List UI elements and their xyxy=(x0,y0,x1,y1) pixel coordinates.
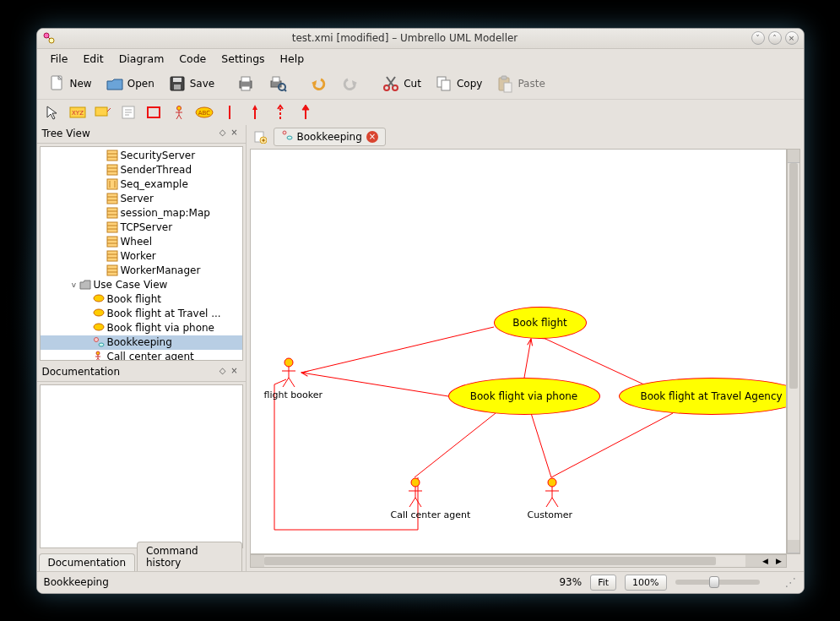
actor-fb[interactable] xyxy=(281,357,296,388)
tree-item-label: Book flight at Travel ... xyxy=(107,308,221,319)
tree-item[interactable]: Seq_example xyxy=(41,177,242,192)
zoom-slider[interactable] xyxy=(675,580,760,585)
diagram-canvas[interactable]: Book flightBook flight via phoneBook fli… xyxy=(250,149,787,554)
menu-file[interactable]: File xyxy=(44,51,75,67)
box-tool[interactable] xyxy=(144,102,164,123)
dep-tool[interactable] xyxy=(270,102,290,123)
v-thumb[interactable] xyxy=(789,163,798,389)
tree-item-label: Call center agent xyxy=(107,351,194,361)
scroll-half-right[interactable]: ▶ xyxy=(772,555,786,567)
zoom-knob[interactable] xyxy=(709,576,719,588)
label-tool[interactable] xyxy=(118,102,138,123)
svg-line-105 xyxy=(283,378,289,387)
100pct-button[interactable]: 100% xyxy=(625,575,666,591)
documentation-area[interactable] xyxy=(40,384,243,548)
doc-close[interactable]: × xyxy=(229,366,241,378)
tree-item-label: Book flight xyxy=(107,293,162,305)
svg-point-76 xyxy=(94,295,104,302)
scroll-left[interactable] xyxy=(251,555,264,567)
treeview-detach[interactable]: ◇ xyxy=(217,128,229,139)
usecase-bf[interactable]: Book flight xyxy=(494,307,587,339)
tree-item[interactable]: SecurityServer xyxy=(41,149,242,163)
new-button[interactable]: New xyxy=(42,71,98,96)
fit-button[interactable]: Fit xyxy=(590,575,616,591)
tree-item[interactable]: Worker xyxy=(41,249,242,264)
tree-item[interactable]: Call center agent xyxy=(41,350,242,361)
vertical-scrollbar[interactable] xyxy=(787,149,800,554)
tree-item[interactable]: TCPServer xyxy=(41,221,242,235)
usecase-diagram-icon xyxy=(281,129,293,144)
maximize-button[interactable]: ˄ xyxy=(768,31,782,45)
tree-item[interactable]: Book flight xyxy=(41,292,242,307)
h-thumb[interactable] xyxy=(264,557,717,565)
uniassoc-tool[interactable] xyxy=(245,102,265,123)
menu-settings[interactable]: Settings xyxy=(214,51,271,67)
svg-rect-25 xyxy=(504,83,512,92)
tree-item[interactable]: Bookkeeping xyxy=(41,335,242,350)
menu-help[interactable]: Help xyxy=(274,51,312,67)
menu-code[interactable]: Code xyxy=(172,51,213,67)
usecase-ba[interactable]: Book flight at Travel Agency xyxy=(619,378,787,415)
anchor-tool[interactable] xyxy=(93,102,113,123)
actor-cc[interactable] xyxy=(408,477,423,508)
uc-icon xyxy=(93,293,105,305)
save-button[interactable]: Save xyxy=(162,71,220,96)
tree-view[interactable]: SecurityServerSenderThreadSeq_exampleSer… xyxy=(40,146,243,361)
svg-rect-64 xyxy=(107,222,117,232)
statusbar: Bookkeeping 93% Fit 100% ⋰ xyxy=(37,571,804,593)
tab-command-history[interactable]: Command history xyxy=(137,542,241,571)
doc-detach[interactable]: ◇ xyxy=(217,366,229,378)
diagram-toolbar: XYZ ABC xyxy=(37,100,804,125)
open-button[interactable]: Open xyxy=(100,71,160,96)
scroll-up[interactable] xyxy=(788,150,799,163)
scroll-right[interactable] xyxy=(745,555,759,567)
close-tab-icon[interactable]: × xyxy=(366,131,378,143)
seq-icon xyxy=(106,178,118,190)
svg-point-80 xyxy=(99,343,104,346)
horizontal-scrollbar[interactable]: ◀ ▶ xyxy=(250,554,787,568)
note-tool[interactable]: XYZ xyxy=(68,102,88,123)
assoc-tool[interactable] xyxy=(219,102,240,123)
usecase-tool[interactable]: ABC xyxy=(194,102,214,123)
redo-button[interactable] xyxy=(335,71,366,96)
actor-cu[interactable] xyxy=(545,477,560,508)
open-icon xyxy=(106,74,124,93)
undo-button[interactable] xyxy=(303,71,333,96)
titlebar: test.xmi [modified] – Umbrello UML Model… xyxy=(37,29,804,49)
tree-item[interactable]: WorkerManager xyxy=(41,264,242,278)
diagram-tab-bookkeeping[interactable]: Bookkeeping × xyxy=(274,128,386,146)
gen-tool[interactable] xyxy=(295,102,316,123)
scroll-half-left[interactable]: ◀ xyxy=(759,555,772,567)
menu-diagram[interactable]: Diagram xyxy=(112,51,171,67)
tree-item-label: Use Case View xyxy=(94,279,168,291)
svg-line-84 xyxy=(95,358,98,361)
ucd-icon xyxy=(93,336,105,348)
tree-item[interactable]: SenderThread xyxy=(41,163,242,177)
resize-grip[interactable]: ⋰ xyxy=(785,575,797,589)
svg-line-14 xyxy=(285,90,286,91)
tree-item[interactable]: Book flight via phone xyxy=(41,321,242,335)
actor-tool[interactable] xyxy=(169,102,189,123)
tree-item[interactable]: session_map:Map xyxy=(41,206,242,221)
minimize-button[interactable]: ˅ xyxy=(751,31,765,45)
usecase-bp[interactable]: Book flight via phone xyxy=(448,378,600,415)
print-preview-button[interactable] xyxy=(263,71,293,96)
tab-documentation[interactable]: Documentation xyxy=(39,553,136,571)
new-diagram-button[interactable]: ✦ xyxy=(250,127,270,147)
tree-item[interactable]: Book flight at Travel ... xyxy=(41,307,242,321)
tree-item[interactable]: vUse Case View xyxy=(41,278,242,292)
treeview-close[interactable]: × xyxy=(229,128,241,139)
close-button[interactable]: × xyxy=(785,31,799,45)
svg-rect-6 xyxy=(173,78,182,82)
copy-button[interactable]: Copy xyxy=(429,71,488,96)
print-button[interactable] xyxy=(230,71,261,96)
select-tool[interactable] xyxy=(42,102,62,123)
main-area: ✦ Bookkeeping × Book flightBook flight v… xyxy=(247,125,804,571)
svg-rect-73 xyxy=(107,265,117,275)
menu-edit[interactable]: Edit xyxy=(76,51,110,67)
scroll-down[interactable] xyxy=(788,540,799,553)
tree-item[interactable]: Server xyxy=(41,192,242,206)
cut-button[interactable]: Cut xyxy=(376,71,427,96)
tree-item[interactable]: Wheel xyxy=(41,235,242,249)
paste-button[interactable]: Paste xyxy=(490,71,550,96)
